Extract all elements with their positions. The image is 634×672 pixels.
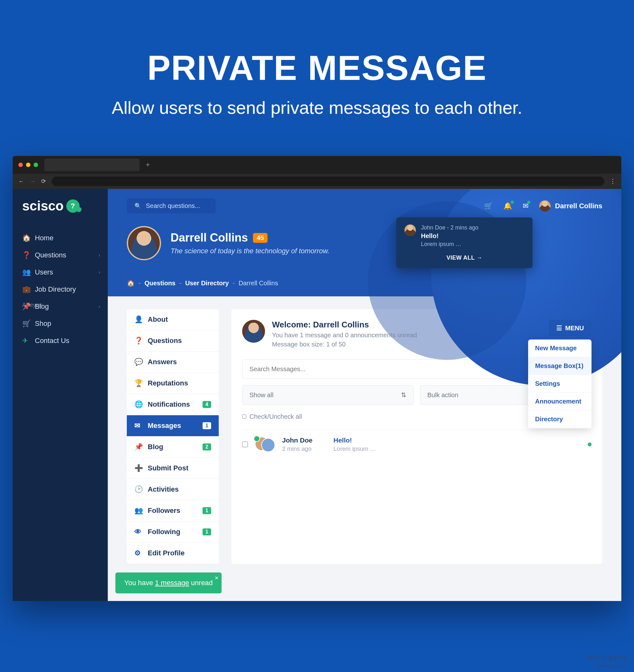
unread-indicator <box>588 442 591 446</box>
welcome-title: Welcome: Darrell Collins <box>272 320 417 330</box>
browser-tab[interactable] <box>44 159 139 171</box>
menu-item-label: Followers <box>148 507 180 515</box>
user-icon: 👤 <box>135 315 142 323</box>
dropdown-new-message[interactable]: New Message <box>528 339 591 357</box>
sidebar-item-job-directory[interactable]: 💼Job Directory <box>13 281 108 298</box>
new-tab-button[interactable]: + <box>146 161 150 169</box>
profile-menu-messages[interactable]: ✉Messages1 <box>127 415 219 436</box>
menu-dropdown: New MessageMessage Box(1)SettingsAnnounc… <box>528 339 591 428</box>
menu-item-label: Answers <box>148 358 177 366</box>
back-icon[interactable]: ← <box>18 178 24 185</box>
menu-item-label: Edit Profile <box>148 549 185 557</box>
globe-icon: 🌐 <box>135 400 142 409</box>
cart-icon[interactable]: 🛒 <box>484 202 493 210</box>
breadcrumb-link[interactable]: User Directory <box>185 280 229 287</box>
profile-name: Darrell Collins <box>170 231 248 244</box>
profile-menu-submit-post[interactable]: ➕Submit Post <box>127 458 219 479</box>
menu-item-label: Questions <box>148 337 182 345</box>
reload-icon[interactable]: ⟳ <box>41 178 46 185</box>
browser-menu-icon[interactable]: ⋮ <box>610 178 616 185</box>
sidebar-item-shop[interactable]: 🛒Shop <box>13 315 108 332</box>
avatar <box>539 200 550 212</box>
chevron-updown-icon: ⇅ <box>401 391 406 399</box>
sidebar-item-label: Home <box>35 234 53 242</box>
cart-icon: 🛒 <box>22 319 29 328</box>
minimize-window-icon[interactable] <box>26 163 30 167</box>
welcome-sub1: You have 1 message and 0 announcements u… <box>272 332 417 339</box>
mail-icon[interactable]: ✉ <box>523 202 529 210</box>
plus-icon: ➕ <box>135 464 142 472</box>
participants-avatars <box>255 437 275 452</box>
messages-panel: Welcome: Darrell Collins You have 1 mess… <box>231 309 602 564</box>
menu-item-label: Notifications <box>148 400 190 409</box>
profile-menu-notifications[interactable]: 🌐Notifications4 <box>127 394 219 415</box>
message-subject[interactable]: Hello! <box>333 436 376 444</box>
close-window-icon[interactable] <box>18 163 23 167</box>
user-menu[interactable]: Darrell Collins <box>539 200 602 212</box>
watermark-corner: 淘气哥素材网 www.tqge.com <box>586 654 628 669</box>
breadcrumb-link[interactable]: Questions <box>145 280 175 287</box>
profile-menu-followers[interactable]: 👥Followers1 <box>127 500 219 522</box>
dropdown-announcement[interactable]: Announcement <box>528 393 591 410</box>
hero-banner: 🔍 🛒 🔔 ✉ Darrell Collins <box>108 189 621 296</box>
profile-menu-answers[interactable]: 💬Answers <box>127 352 219 373</box>
forward-icon[interactable]: → <box>30 178 36 185</box>
watermark-mid: Alileyun <box>22 302 42 308</box>
toast-link[interactable]: 1 message <box>155 579 189 587</box>
menu-button[interactable]: ☰ MENU <box>549 320 591 336</box>
profile-menu-reputations[interactable]: 🏆Reputations <box>127 373 219 394</box>
profile-menu-questions[interactable]: ❓Questions <box>127 330 219 352</box>
chevron-right-icon: › <box>99 269 100 275</box>
check-all-checkbox[interactable] <box>242 415 246 419</box>
sidebar-item-questions[interactable]: ❓Questions› <box>13 247 108 264</box>
maximize-window-icon[interactable] <box>33 163 38 167</box>
profile-menu-following[interactable]: 👁Following1 <box>127 522 219 543</box>
browser-tabbar: + <box>13 156 621 174</box>
gear-icon: ⚙ <box>135 549 142 557</box>
sidebar-item-label: Contact Us <box>35 337 69 345</box>
count-badge: 1 <box>203 507 211 514</box>
menu-item-label: Submit Post <box>148 464 188 472</box>
profile-header: Darrell Collins 45 The science of today … <box>127 226 602 260</box>
sidebar-item-home[interactable]: 🏠Home <box>13 230 108 247</box>
profile-menu-blog[interactable]: 📌Blog2 <box>127 436 219 458</box>
dropdown-settings[interactable]: Settings <box>528 375 591 393</box>
sidebar-item-users[interactable]: 👥Users› <box>13 264 108 281</box>
filter-select[interactable]: Show all⇅ <box>242 385 414 405</box>
menu-icon: ☰ <box>556 324 562 332</box>
count: (1) <box>576 362 583 369</box>
bell-icon[interactable]: 🔔 <box>503 202 512 210</box>
address-bar[interactable] <box>52 176 604 186</box>
sidebar-item-label: Shop <box>35 319 51 328</box>
hero-title: PRIVATE MESSAGE <box>13 48 621 88</box>
profile-menu-edit-profile[interactable]: ⚙Edit Profile <box>127 543 219 564</box>
sidebar-item-contact-us[interactable]: ✈Contact Us <box>13 332 108 349</box>
sidebar-item-label: Questions <box>35 251 66 259</box>
briefcase-icon: 💼 <box>22 285 29 293</box>
message-row[interactable]: John Doe 2 mins ago Hello! Lorem ipsum … <box>242 430 591 452</box>
avatar <box>127 226 161 260</box>
count-badge: 2 <box>203 443 211 451</box>
trophy-icon: 🏆 <box>135 379 142 387</box>
close-icon[interactable]: × <box>215 574 218 582</box>
profile-menu: 👤About❓Questions💬Answers🏆Reputations🌐Not… <box>127 309 219 564</box>
search-box[interactable]: 🔍 <box>127 198 216 213</box>
sidebar-item-label: Users <box>35 268 53 277</box>
row-checkbox[interactable] <box>242 441 248 447</box>
app-shell: scisco ? Alileyun 🏠Home❓Questions›👥Users… <box>13 189 621 601</box>
comment-icon: 💬 <box>135 358 142 366</box>
home-icon[interactable]: 🏠 <box>127 279 135 287</box>
dropdown-message-box[interactable]: Message Box(1) <box>528 357 591 375</box>
message-time: 2 mins ago <box>282 446 327 452</box>
avatar <box>242 320 265 343</box>
menu-item-label: Reputations <box>148 379 188 387</box>
eye-icon: 👁 <box>135 528 142 536</box>
profile-menu-activities[interactable]: 🕑Activities <box>127 479 219 500</box>
search-input[interactable] <box>146 202 208 210</box>
profile-menu-about[interactable]: 👤About <box>127 309 219 330</box>
users-icon: 👥 <box>22 268 29 277</box>
logo[interactable]: scisco ? <box>13 198 108 230</box>
dropdown-directory[interactable]: Directory <box>528 410 591 428</box>
menu-item-label: Following <box>148 528 180 536</box>
hero-subtitle: Allow users to send private messages to … <box>13 97 621 118</box>
